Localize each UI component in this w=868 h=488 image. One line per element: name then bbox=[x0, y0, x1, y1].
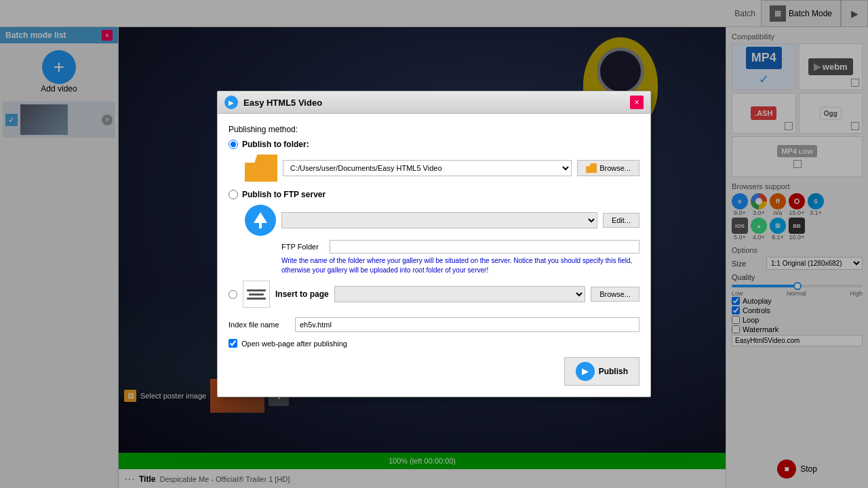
index-file-input[interactable]: eh5v.html bbox=[295, 317, 639, 332]
publish-ftp-radio[interactable] bbox=[229, 190, 238, 199]
index-file-label: Index file name bbox=[229, 321, 290, 329]
insert-to-page-radio[interactable] bbox=[229, 290, 237, 299]
open-web-row: Open web-page after publishing bbox=[229, 339, 639, 348]
publishing-method-label: Publishing method: bbox=[229, 125, 639, 134]
browse-folder-icon bbox=[586, 163, 597, 173]
edit-label: Edit... bbox=[612, 216, 631, 224]
publish-button[interactable]: ▶ Publish bbox=[564, 357, 639, 386]
ftp-select[interactable] bbox=[281, 212, 597, 228]
publish-ftp-radio-row: Publish to FTP server bbox=[229, 190, 639, 199]
folder-icon bbox=[245, 155, 277, 182]
publish-folder-label: Publish to folder: bbox=[242, 140, 309, 149]
ftp-hint: Write the name of the folder where your … bbox=[281, 256, 639, 275]
dialog-app-icon: ▶ bbox=[224, 96, 238, 109]
ftp-hint-text: Write the name of the folder where your … bbox=[281, 256, 639, 275]
dialog-close-button[interactable]: × bbox=[630, 96, 644, 109]
dialog-title-text: Easy HTML5 Video bbox=[243, 98, 322, 108]
ftp-folder-input[interactable] bbox=[330, 240, 639, 253]
insert-to-page-select[interactable] bbox=[334, 286, 585, 302]
ftp-folder-row: FTP Folder bbox=[281, 240, 639, 253]
publish-button-label: Publish bbox=[599, 367, 628, 376]
browse-folder-label: Browse... bbox=[599, 164, 631, 172]
browse-folder-button[interactable]: Browse... bbox=[577, 160, 639, 176]
publish-folder-radio-row: Publish to folder: bbox=[229, 140, 639, 149]
publish-folder-radio[interactable] bbox=[229, 140, 238, 149]
publish-ftp-label: Publish to FTP server bbox=[242, 190, 326, 199]
browse-page-label: Browse... bbox=[599, 290, 631, 298]
publish-dialog: ▶ Easy HTML5 Video × Publishing method: … bbox=[217, 91, 651, 397]
folder-row: C:/Users/user/Documents/Easy HTML5 Video… bbox=[245, 155, 639, 182]
ftp-upload-icon bbox=[245, 205, 276, 236]
open-web-checkbox[interactable] bbox=[229, 339, 237, 348]
open-web-label: Open web-page after publishing bbox=[241, 340, 347, 348]
ftp-folder-label: FTP Folder bbox=[281, 243, 326, 251]
insert-to-page-icon bbox=[243, 281, 270, 308]
publish-button-icon: ▶ bbox=[576, 362, 595, 381]
edit-ftp-button[interactable]: Edit... bbox=[603, 213, 639, 228]
publish-row: ▶ Publish bbox=[229, 357, 639, 386]
dialog-title-left: ▶ Easy HTML5 Video bbox=[224, 96, 322, 109]
dialog-overlay: ▶ Easy HTML5 Video × Publishing method: … bbox=[0, 0, 868, 488]
dialog-title-bar: ▶ Easy HTML5 Video × bbox=[218, 92, 650, 114]
browse-page-button[interactable]: Browse... bbox=[591, 287, 639, 302]
dialog-body: Publishing method: Publish to folder: C:… bbox=[218, 114, 650, 396]
insert-to-page-row: Insert to page Browse... bbox=[229, 281, 639, 308]
folder-path-select[interactable]: C:/Users/user/Documents/Easy HTML5 Video bbox=[283, 160, 572, 176]
insert-to-page-label: Insert to page bbox=[275, 289, 329, 299]
index-file-row: Index file name eh5v.html bbox=[229, 317, 639, 332]
ftp-section: Edit... FTP Folder Write the name of the… bbox=[245, 205, 639, 275]
ftp-server-row: Edit... bbox=[245, 205, 639, 236]
